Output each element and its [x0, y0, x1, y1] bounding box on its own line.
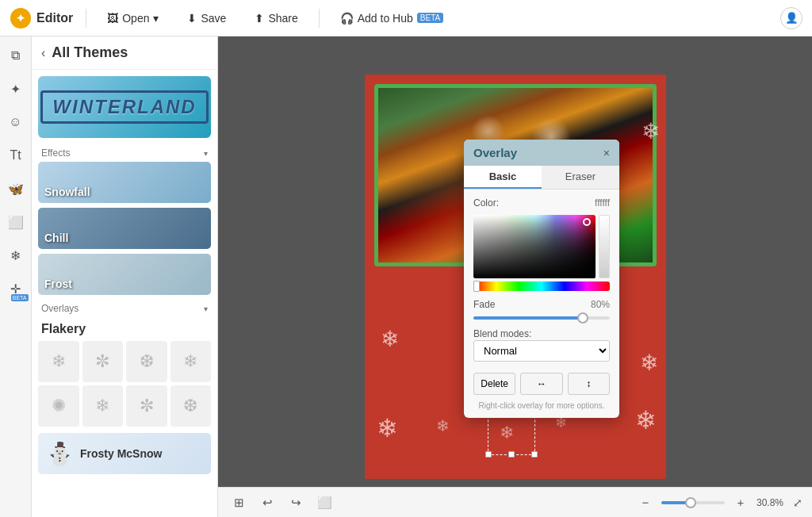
- snowflake-1-icon: ❄: [52, 351, 66, 372]
- effects-label: Effects: [41, 147, 70, 159]
- beta-tag: BETA: [11, 294, 29, 301]
- sel-handle-br: [531, 451, 538, 458]
- snowflake-2-icon: ✼: [95, 351, 109, 372]
- text-icon-btn[interactable]: Tt: [5, 144, 27, 167]
- canvas-area: ❄ ❄ ❄ ❄ ❄ ❄ ❄ ❄ Overlay ×: [218, 36, 812, 517]
- snowflake-4-icon: ❄: [183, 351, 197, 372]
- chill-effect-item[interactable]: Chill: [38, 208, 211, 249]
- face-icon-btn[interactable]: ☺: [5, 111, 27, 133]
- frosty-label: Frosty McSnow: [80, 447, 162, 460]
- magic-icon-btn[interactable]: ✦: [5, 78, 27, 100]
- card-snowflake-6: ❄: [436, 416, 450, 435]
- flakery-item-1[interactable]: ❄: [38, 341, 79, 382]
- app-title: Editor: [36, 11, 73, 25]
- open-icon: 🖼: [107, 12, 118, 25]
- fade-row: Fade 80%: [473, 299, 610, 320]
- save-button[interactable]: ⬇ Save: [179, 8, 234, 29]
- flakery-item-3[interactable]: ❆: [126, 341, 167, 382]
- share-button[interactable]: ⬆ Share: [247, 8, 305, 29]
- move-button[interactable]: ↔: [520, 373, 562, 395]
- blend-row: Blend modes: NormalMultiplyScreenOverlay…: [473, 326, 610, 368]
- share-icon: ⬆: [255, 12, 264, 25]
- zoom-in-icon: +: [737, 496, 745, 509]
- color-label: Color:: [473, 197, 499, 209]
- fade-slider-track[interactable]: [473, 316, 610, 320]
- card-snowflake-7: ❄: [500, 423, 514, 443]
- expand-button[interactable]: ⤢: [793, 496, 802, 509]
- overlay-tab-basic[interactable]: Basic: [464, 166, 542, 189]
- color-hue-bar[interactable]: [473, 281, 610, 291]
- color-value: ffffff: [595, 197, 610, 209]
- flakery-item-6[interactable]: ❄: [82, 385, 124, 427]
- card-snowflake-5: ❄: [377, 413, 398, 443]
- frost-effect-item[interactable]: Frost: [38, 254, 211, 295]
- flakery-item-2[interactable]: ✼: [82, 341, 124, 382]
- undo-button[interactable]: ↩: [256, 492, 278, 514]
- flakery-title: Flakery: [32, 317, 217, 341]
- flakery-item-8[interactable]: ❆: [170, 385, 212, 427]
- copy-button[interactable]: ⬜: [313, 492, 335, 514]
- overlay-actions: Delete ↔ ↕: [473, 373, 610, 395]
- frame-icon-btn[interactable]: ⬜: [5, 211, 27, 233]
- zoom-out-button[interactable]: −: [634, 492, 657, 514]
- theme-banner[interactable]: WINTERLAND: [38, 76, 211, 138]
- hub-icon: 🎧: [340, 12, 354, 25]
- snowfall-label: Snowfall: [44, 186, 90, 198]
- effects-section-header[interactable]: Effects ▾: [32, 144, 217, 162]
- open-button[interactable]: 🖼 Open ▾: [99, 8, 167, 29]
- redo-button[interactable]: ↪: [285, 492, 307, 514]
- blend-mode-select[interactable]: NormalMultiplyScreenOverlayDarkenLighten: [473, 340, 610, 362]
- overlay-tab-eraser[interactable]: Eraser: [542, 166, 619, 189]
- copy-icon: ⬜: [317, 496, 332, 510]
- flakery-grid: ❄ ✼ ❆ ❄ ✺ ❄ ✼ ❆: [32, 341, 217, 433]
- color-picker[interactable]: [473, 215, 610, 291]
- theme-banner-text: WINTERLAND: [40, 90, 208, 124]
- beta-icon-btn[interactable]: ✛ BETA: [5, 278, 27, 300]
- zoom-slider-fill: [661, 501, 687, 504]
- frosty-item[interactable]: ⛄ Frosty McSnow: [38, 433, 211, 474]
- layers-button[interactable]: ⊞: [228, 492, 250, 514]
- overlays-section-header[interactable]: Overlays ▾: [32, 300, 217, 317]
- snowflake-6-icon: ❄: [95, 396, 109, 416]
- sliders-icon-btn[interactable]: ⧉: [5, 44, 27, 67]
- sidebar-back-button[interactable]: ‹: [41, 46, 45, 60]
- fade-slider-thumb[interactable]: [577, 312, 588, 324]
- sidebar-title: All Themes: [52, 44, 128, 61]
- butterfly-icon-btn[interactable]: 🦋: [5, 178, 27, 200]
- flakery-item-4[interactable]: ❄: [170, 341, 212, 382]
- color-gradient-box[interactable]: [473, 215, 596, 278]
- color-alpha-bar[interactable]: [599, 215, 610, 278]
- snowflake-5-icon: ✺: [52, 396, 66, 416]
- zoom-in-button[interactable]: +: [730, 492, 752, 514]
- resize-button[interactable]: ↕: [568, 373, 610, 395]
- card-snowflake-4: ❄: [635, 405, 657, 435]
- add-to-hub-button[interactable]: 🎧 Add to Hub BETA: [332, 8, 451, 29]
- topbar-separator-2: [319, 9, 320, 28]
- card-snowflake-2: ❄: [381, 326, 399, 352]
- open-chevron-icon: ▾: [153, 12, 159, 25]
- layers-icon: ⊞: [234, 496, 244, 510]
- bottom-toolbar: ⊞ ↩ ↪ ⬜ − + 30.8: [218, 487, 812, 517]
- zoom-slider-track[interactable]: [661, 501, 725, 504]
- svg-text:✦: ✦: [16, 12, 25, 25]
- blend-label: Blend modes:: [473, 328, 531, 339]
- flakery-item-7[interactable]: ✼: [126, 385, 167, 427]
- overlay-tabs: Basic Eraser: [464, 166, 619, 190]
- effects-chevron-icon: ▾: [204, 149, 208, 158]
- overlay-dialog-title: Overlay: [473, 146, 517, 159]
- chill-label: Chill: [44, 232, 68, 244]
- frost-label: Frost: [44, 278, 72, 290]
- delete-button[interactable]: Delete: [473, 373, 515, 395]
- top-bar: ✦ Editor 🖼 Open ▾ ⬇ Save ⬆ Share 🎧 Add t…: [0, 0, 812, 36]
- snowman-icon: ⛄: [46, 441, 74, 467]
- sidebar-header: ‹ All Themes: [32, 36, 217, 70]
- zoom-slider-thumb[interactable]: [685, 497, 696, 508]
- flakery-item-5[interactable]: ✺: [38, 385, 79, 427]
- snowflake-icon-btn[interactable]: ❄: [5, 244, 27, 266]
- snowfall-effect-item[interactable]: Snowfall: [38, 162, 211, 203]
- save-icon: ⬇: [187, 12, 197, 25]
- resize-icon: ↕: [586, 378, 591, 389]
- butterfly-icon: 🦋: [8, 182, 24, 197]
- overlay-dialog-close-button[interactable]: ×: [603, 147, 610, 159]
- profile-button[interactable]: 👤: [780, 7, 802, 29]
